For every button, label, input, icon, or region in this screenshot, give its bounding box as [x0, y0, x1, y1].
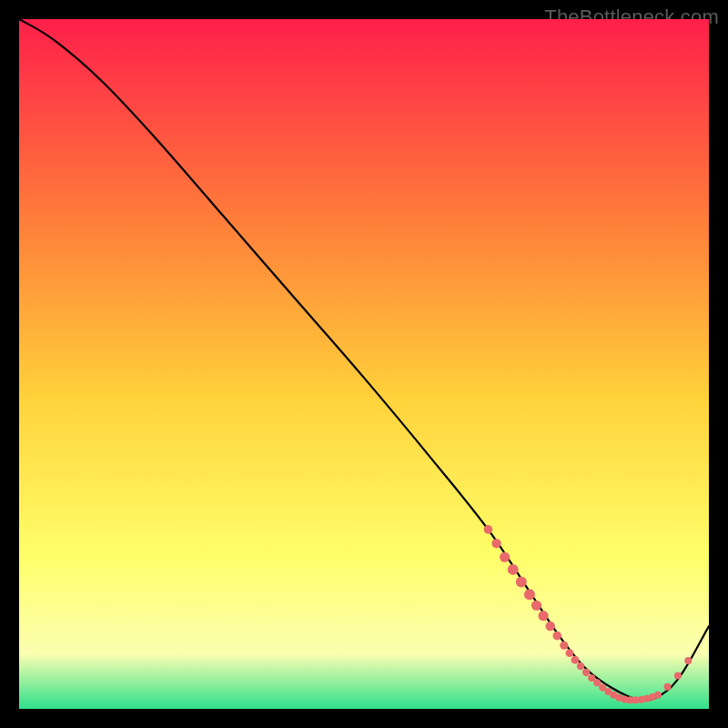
marker-dot [500, 552, 510, 562]
marker-dot [508, 564, 519, 575]
marker-dot [552, 632, 561, 641]
marker-dot [684, 657, 692, 664]
marker-dot [491, 539, 500, 548]
marker-dot [524, 589, 535, 600]
marker-dot [654, 692, 662, 699]
marker-dot [571, 656, 580, 664]
marker-dot [545, 622, 554, 631]
marker-dot [577, 662, 584, 670]
chart-svg [19, 19, 709, 709]
marker-dot [516, 577, 527, 588]
marker-dot [565, 649, 573, 657]
marker-dot [674, 672, 682, 680]
marker-dot [538, 611, 548, 621]
marker-dot [593, 679, 601, 686]
marker-dot [484, 525, 493, 534]
gradient-background [19, 19, 709, 709]
marker-dot [560, 642, 568, 650]
plot-area [19, 19, 709, 709]
marker-dot [588, 674, 595, 682]
marker-dot [531, 601, 541, 611]
marker-dot [582, 669, 590, 676]
chart-frame: TheBottleneck.com [0, 0, 728, 728]
marker-dot [664, 683, 672, 691]
